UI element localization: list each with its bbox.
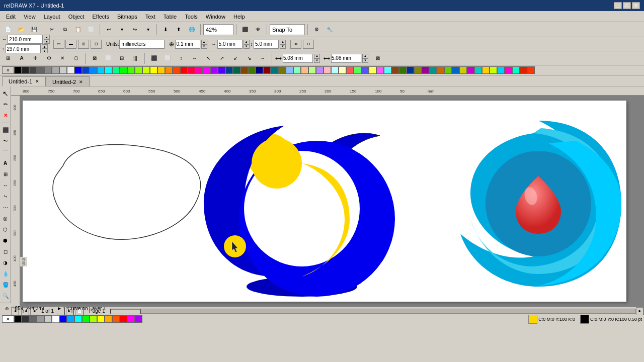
zoom-tool[interactable]: 🔍 [1, 291, 11, 301]
tab-untitled1[interactable]: Untitled-1 ✕ [2, 76, 46, 86]
shape-tool[interactable]: ⬛ [1, 125, 11, 135]
full-screen-btn[interactable]: ⬛ [239, 24, 251, 35]
color-swatch-pink-light[interactable] [324, 66, 331, 74]
tool-opt9[interactable]: ⊟ [116, 53, 128, 64]
color-swatch-mint[interactable] [293, 66, 301, 74]
close-button[interactable]: ✕ [632, 2, 640, 9]
color-swatch-khaki[interactable] [414, 66, 422, 74]
landscape-btn[interactable]: ▬ [65, 40, 76, 49]
bottom-swatch-light-gray[interactable] [44, 315, 52, 323]
color-swatch-gray2[interactable] [44, 66, 52, 74]
color-swatch-light-green[interactable] [354, 66, 361, 74]
fill-color-indicator[interactable] [528, 315, 537, 324]
connector-tool[interactable]: ⤷ [1, 192, 11, 202]
open-button[interactable]: 📂 [15, 24, 27, 35]
color-swatch-darkblue[interactable] [256, 66, 263, 74]
bottom-blue[interactable] [59, 315, 67, 323]
color-swatch-lavender[interactable] [316, 66, 324, 74]
color-swatch-green2[interactable] [444, 66, 452, 74]
extra-btn[interactable]: ⊙ [303, 40, 314, 49]
bottom-sky[interactable] [67, 315, 74, 323]
bottom-lime[interactable] [90, 315, 97, 323]
envelope-tool[interactable]: ⬡ [1, 224, 11, 234]
text-tool[interactable]: A [1, 158, 11, 168]
new-button[interactable]: 📄 [2, 24, 14, 35]
color-swatch-red[interactable] [180, 66, 188, 74]
tab-untitled2[interactable]: Untitled-2 ✕ [46, 76, 90, 86]
size-options[interactable]: ⊠ [372, 53, 384, 64]
window-controls[interactable]: _ □ ✕ [614, 2, 640, 9]
menu-text[interactable]: Text [141, 13, 159, 21]
blend-tool[interactable]: ⋯ [1, 203, 11, 213]
width-up[interactable]: ▲ [44, 35, 50, 39]
tool-opt3[interactable]: ✛ [29, 53, 41, 64]
select-tool[interactable]: ↖ [1, 88, 11, 99]
bottom-red[interactable] [120, 315, 127, 323]
tool-opt7[interactable]: ⊠ [89, 53, 101, 64]
eyedropper-tool[interactable]: 💧 [1, 268, 11, 279]
color-swatch-yellow2[interactable] [459, 66, 467, 74]
color-swatch-forest[interactable] [233, 66, 240, 74]
bottom-swatch-dark[interactable] [22, 315, 29, 323]
bottom-swatch-gray[interactable] [29, 315, 37, 323]
gap-input[interactable]: 0.1 mm [175, 40, 200, 49]
color-swatch-cream[interactable] [339, 66, 346, 74]
bottom-magenta[interactable] [127, 315, 135, 323]
options-btn2[interactable]: 🔧 [324, 24, 336, 35]
tool-opt4[interactable]: ⚙ [43, 53, 55, 64]
color-swatch-spring[interactable] [112, 66, 120, 74]
color-swatch-fuchsia[interactable] [467, 66, 474, 74]
color-swatch-blue3[interactable] [90, 66, 97, 74]
color-swatch-tomato[interactable] [527, 66, 535, 74]
color-swatch-black[interactable] [14, 66, 22, 74]
color-swatch-olive[interactable] [248, 66, 256, 74]
color-swatch-cyan[interactable] [97, 66, 105, 74]
tool-opt10[interactable]: ||| [129, 53, 141, 64]
menu-edit[interactable]: Edit [2, 13, 20, 21]
color-swatch-azure[interactable] [452, 66, 459, 74]
redo-dropdown[interactable]: ▾ [142, 24, 154, 35]
color-swatch-hot-pink[interactable] [505, 66, 512, 74]
color-swatch-lightgray[interactable] [59, 66, 67, 74]
maximize-button[interactable]: □ [623, 2, 631, 9]
color-swatch-darkgray2[interactable] [29, 66, 37, 74]
color-swatch-amber[interactable] [482, 66, 490, 74]
color-swatch-orange[interactable] [165, 66, 173, 74]
nudge1-input[interactable]: 5.0 mm [217, 40, 243, 49]
menu-help[interactable]: Help [229, 13, 249, 21]
bottom-orange[interactable] [105, 315, 112, 323]
outline-shape[interactable] [53, 145, 201, 240]
tool-opt16[interactable]: ↗ [216, 53, 228, 64]
color-swatch-sky[interactable] [497, 66, 505, 74]
tool-opt6[interactable]: ⬡ [70, 53, 82, 64]
color-swatch-chartreuse[interactable] [127, 66, 135, 74]
color-swatch-rust[interactable] [437, 66, 444, 74]
color-swatch-magenta[interactable] [203, 66, 210, 74]
copy-button[interactable]: ⧉ [59, 24, 71, 35]
no-fill-tool[interactable]: ✕ [1, 111, 11, 121]
snap-settings-btn[interactable]: ⊗ [290, 40, 301, 49]
paste-special-button[interactable]: ⬜ [85, 24, 97, 35]
freehand-tool[interactable]: 〜 [1, 136, 11, 146]
menu-table[interactable]: Table [159, 13, 181, 21]
bleed-btn[interactable]: ⊟ [91, 40, 102, 49]
fill-tool[interactable]: 🪣 [1, 280, 11, 290]
color-swatch-lightblue[interactable] [286, 66, 293, 74]
options-btn[interactable]: ⚙ [310, 24, 323, 35]
tool-opt1[interactable]: ⊞ [2, 53, 14, 64]
height-input[interactable]: 297.0 mm [6, 44, 41, 53]
tool-opt11[interactable]: ⬛ [148, 53, 160, 64]
view-btn[interactable]: 👁 [252, 24, 264, 35]
tool-opt5[interactable]: ✕ [56, 53, 68, 64]
water-fire-logo[interactable] [460, 121, 621, 287]
zoom-dropdown[interactable]: 42% [203, 24, 233, 35]
color-swatch-violet[interactable] [210, 66, 218, 74]
tool-opt13[interactable]: ↕ [175, 53, 187, 64]
bottom-no-fill[interactable]: ✕ [2, 315, 14, 323]
cut-button[interactable]: ✂ [46, 24, 58, 35]
publish-button[interactable]: 🌐 [186, 24, 198, 35]
color-swatch-darkred[interactable] [263, 66, 271, 74]
extrude-tool[interactable]: ⬢ [1, 235, 11, 245]
color-swatch-darkgray1[interactable] [22, 66, 29, 74]
moon-logo-group[interactable] [204, 126, 395, 297]
